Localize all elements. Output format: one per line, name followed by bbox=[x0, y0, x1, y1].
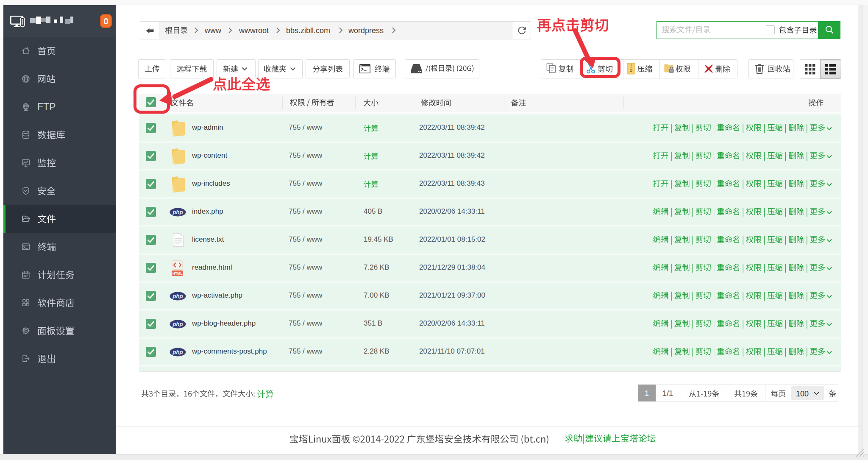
svg-text:HTML: HTML bbox=[172, 271, 183, 276]
svg-text:php: php bbox=[172, 321, 183, 327]
svg-text:php: php bbox=[172, 349, 183, 355]
svg-text:php: php bbox=[172, 293, 183, 299]
svg-text:php: php bbox=[172, 209, 183, 215]
